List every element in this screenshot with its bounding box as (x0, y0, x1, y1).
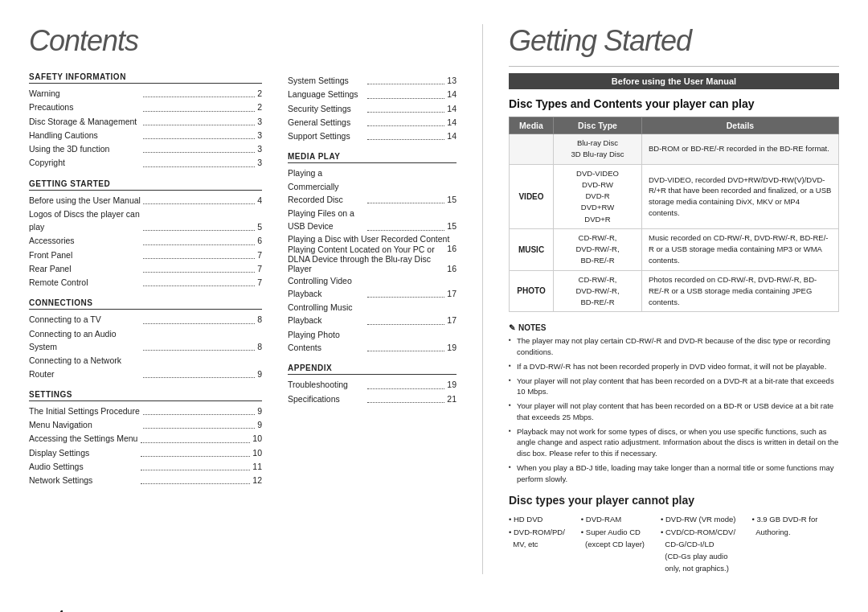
details-cell: Music recorded on CD-RW/-R, DVD-RW/-R, B… (642, 228, 839, 270)
toc-item: Playing Content Located on Your PC or DL… (288, 244, 457, 273)
notes-header: ✎ NOTES (509, 323, 839, 332)
table-header-details: Details (642, 117, 839, 134)
toc-item: System Settings13 (288, 74, 457, 87)
toc-item: Language Settings14 (288, 88, 457, 101)
cannot-play-list: HD DVD DVD-ROM/PD/ MV, etc DVD-RAM Super… (509, 513, 839, 574)
toc-item: Playing a Commercially Recorded Disc15 (288, 166, 457, 206)
section-header-appendix: APPENDIX (288, 364, 457, 375)
title-divider (509, 66, 839, 67)
section-header-settings: SETTINGS (29, 390, 262, 401)
cannot-play-col: DVD-RAM Super Audio CD (except CD layer) (581, 513, 645, 574)
toc-item: Menu Navigation9 (29, 418, 262, 431)
disc-type-cell: DVD-VIDEODVD-RWDVD-RDVD+RWDVD+R (554, 164, 642, 228)
details-cell: BD-ROM or BD-RE/-R recorded in the BD-RE… (642, 134, 839, 165)
toc-item: Support Settings14 (288, 129, 457, 142)
toc-item: Accessories6 (29, 234, 262, 247)
toc-item: Display Settings10 (29, 446, 262, 459)
table-row: MUSIC CD-RW/-R,DVD-RW/-R,BD-RE/-R Music … (510, 228, 839, 270)
details-cell: DVD-VIDEO, recorded DVD+RW/DVD-RW(V)/DVD… (642, 164, 839, 228)
toc-item: Network Settings12 (29, 474, 262, 487)
toc-item: Logos of Discs the player can play5 (29, 207, 262, 234)
toc-item: Connecting to a TV8 (29, 313, 262, 326)
toc-connections-items: Connecting to a TV8 Connecting to an Aud… (29, 313, 262, 380)
table-row: VIDEO DVD-VIDEODVD-RWDVD-RDVD+RWDVD+R DV… (510, 164, 839, 228)
cannot-play-col: HD DVD DVD-ROM/PD/ MV, etc (509, 513, 565, 574)
notes-list: The player may not play certain CD-RW/-R… (509, 335, 839, 484)
section-header-safety: SAFETY INFORMATION (29, 72, 262, 84)
toc-item: Connecting to an Audio System8 (29, 327, 262, 354)
toc-item: Rear Panel7 (29, 262, 262, 275)
toc-system-items: System Settings13 Language Settings14 Se… (288, 74, 457, 142)
toc-item: Playing a Disc with User Recorded Conten… (288, 234, 457, 244)
toc-item: Specifications21 (288, 392, 457, 405)
toc-item: Remote Control7 (29, 276, 262, 289)
notes-section: ✎ NOTES The player may not play certain … (509, 323, 839, 484)
list-item: DVD-RW (VR mode) (661, 513, 735, 525)
media-cell (510, 134, 554, 165)
note-item: Your player will not play content that h… (509, 400, 839, 423)
toc-safety-items: Warning2 Precautions2 Disc Storage & Man… (29, 87, 262, 170)
list-item: CVD/CD-ROM/CDV/ CD-G/CD-I/LD (CD-Gs play… (661, 526, 735, 575)
contents-column: Contents SAFETY INFORMATION Warning2 Pre… (29, 24, 262, 574)
toc-middle-column: System Settings13 Language Settings14 Se… (288, 24, 457, 574)
toc-item: Before using the User Manual4 (29, 194, 262, 207)
table-header-media: Media (510, 117, 554, 134)
toc-item: Controlling Music Playback17 (288, 301, 457, 327)
toc-item: Disc Storage & Management3 (29, 115, 262, 128)
getting-started-column: Getting Started Before using the User Ma… (509, 24, 839, 574)
toc-item: Troubleshooting19 (288, 378, 457, 391)
toc-media-play-items: Playing a Commercially Recorded Disc15 P… (288, 166, 457, 354)
toc-item: Precautions2 (29, 101, 262, 113)
toc-item: Playing Files on a USB Device15 (288, 207, 457, 233)
toc-item: The Initial Settings Procedure9 (29, 405, 262, 417)
disc-type-cell: CD-RW/-R,DVD-RW/-R,BD-RE/-R (554, 228, 642, 270)
cannot-play-col: 3.9 GB DVD-R for Authoring. (751, 513, 817, 574)
note-item: Your player will not play content that h… (509, 376, 839, 398)
column-divider (482, 24, 483, 574)
disc-types-title: Disc Types and Contents your player can … (509, 97, 839, 110)
toc-getting-started-items: Before using the User Manual4 Logos of D… (29, 194, 262, 290)
list-item: HD DVD (509, 513, 565, 525)
page-number: 4 (58, 608, 63, 612)
getting-started-title: Getting Started (509, 24, 839, 58)
list-item: DVD-RAM (581, 513, 645, 525)
details-cell: Photos recorded on CD-RW/-R, DVD-RW/-R, … (642, 270, 839, 312)
toc-item: Warning2 (29, 87, 262, 100)
cannot-play-col: DVD-RW (VR mode) CVD/CD-ROM/CDV/ CD-G/CD… (661, 513, 735, 574)
note-item: The player may not play certain CD-RW/-R… (509, 335, 839, 358)
toc-item: Audio Settings11 (29, 460, 262, 473)
toc-item: Connecting to a Network Router9 (29, 354, 262, 380)
disc-types-table: Media Disc Type Details Blu-ray Disc3D B… (509, 117, 839, 312)
toc-item: Accessing the Settings Menu10 (29, 432, 262, 445)
media-cell: VIDEO (510, 164, 554, 228)
table-row: Blu-ray Disc3D Blu-ray Disc BD-ROM or BD… (510, 134, 839, 165)
toc-settings-items: The Initial Settings Procedure9 Menu Nav… (29, 405, 262, 487)
media-cell: MUSIC (510, 228, 554, 270)
toc-appendix-items: Troubleshooting19 Specifications21 (288, 378, 457, 405)
section-header-connections: CONNECTIONS (29, 298, 262, 310)
list-item: Super Audio CD (except CD layer) (581, 526, 645, 550)
contents-title: Contents (29, 24, 262, 58)
table-header-disc-type: Disc Type (554, 117, 642, 134)
toc-item: Security Settings14 (288, 102, 457, 115)
toc-item: Using the 3D function3 (29, 142, 262, 155)
table-row: PHOTO CD-RW/-R,DVD-RW/-R,BD-RE/-R Photos… (510, 270, 839, 312)
media-cell: PHOTO (510, 270, 554, 312)
toc-item: Handling Cautions3 (29, 129, 262, 142)
toc-item: Front Panel7 (29, 248, 262, 261)
before-manual-banner: Before using the User Manual (509, 73, 839, 89)
note-item: If a DVD-RW/-R has not been recorded pro… (509, 361, 839, 372)
disc-type-cell: CD-RW/-R,DVD-RW/-R,BD-RE/-R (554, 270, 642, 312)
notes-label: NOTES (518, 323, 546, 332)
disc-type-cell: Blu-ray Disc3D Blu-ray Disc (554, 134, 642, 165)
list-item: 3.9 GB DVD-R for Authoring. (751, 513, 817, 537)
toc-item: Playing Photo Contents19 (288, 328, 457, 355)
note-item: When you play a BD-J title, loading may … (509, 462, 839, 485)
note-item: Playback may not work for some types of … (509, 426, 839, 459)
notes-icon: ✎ (509, 323, 515, 332)
toc-item: General Settings14 (288, 116, 457, 129)
list-item: DVD-ROM/PD/ MV, etc (509, 526, 565, 550)
section-header-getting-started: GETTING STARTED (29, 179, 262, 191)
cannot-play-title: Disc types your player cannot play (509, 494, 839, 507)
section-header-media-play: MEDIA PLAY (288, 152, 457, 163)
